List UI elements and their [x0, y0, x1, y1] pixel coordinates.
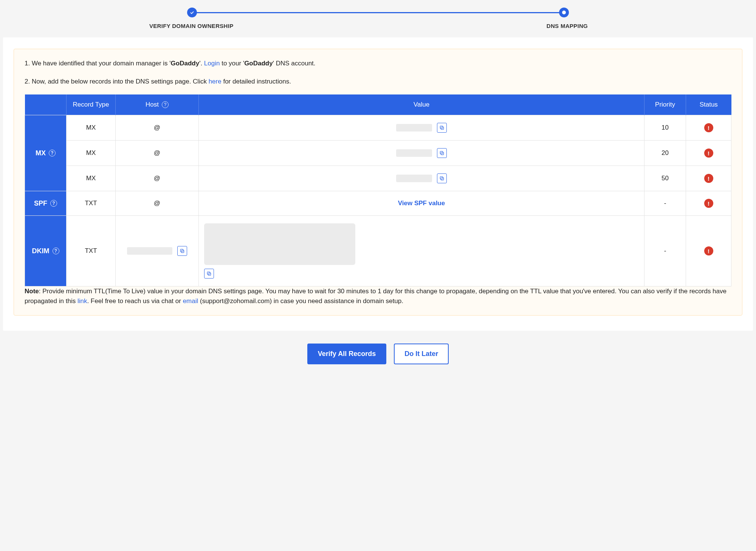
- svg-rect-5: [440, 176, 443, 179]
- cell-priority: 50: [644, 166, 686, 191]
- cell-value: View SPF value: [199, 191, 644, 216]
- propagation-check-link[interactable]: link: [77, 297, 87, 305]
- cell-host: @: [116, 115, 199, 141]
- group-mx: MX?: [25, 115, 67, 191]
- cell-record-type: MX: [67, 141, 116, 166]
- th-record-type: Record Type: [67, 94, 116, 115]
- cell-host: @: [116, 166, 199, 191]
- view-spf-value-link[interactable]: View SPF value: [398, 200, 445, 207]
- svg-rect-0: [441, 127, 444, 130]
- help-icon[interactable]: ?: [50, 200, 57, 207]
- svg-rect-2: [441, 152, 444, 155]
- instruction-line-2: 2. Now, add the below records into the D…: [25, 77, 731, 87]
- th-status: Status: [686, 94, 731, 115]
- step-node-dns-mapping: [559, 8, 569, 17]
- error-icon: !: [704, 199, 713, 208]
- email-support-link[interactable]: email: [183, 297, 198, 305]
- cell-host: [116, 216, 199, 286]
- copy-button[interactable]: [177, 246, 187, 256]
- main-card: 1. We have identified that your domain m…: [3, 37, 753, 331]
- cell-status: !: [686, 191, 731, 216]
- svg-rect-3: [440, 151, 443, 154]
- svg-rect-7: [180, 249, 183, 252]
- cell-value: [199, 141, 644, 166]
- svg-rect-4: [441, 178, 444, 180]
- redacted-value: [396, 124, 432, 132]
- copy-button[interactable]: [204, 269, 214, 279]
- copy-button[interactable]: [437, 148, 447, 158]
- cell-host: @: [116, 141, 199, 166]
- instruction-line-1: 1. We have identified that your domain m…: [25, 59, 731, 68]
- cell-status: !: [686, 216, 731, 286]
- cell-record-type: TXT: [67, 216, 116, 286]
- redacted-value: [204, 223, 355, 265]
- svg-rect-6: [181, 250, 184, 253]
- svg-rect-9: [207, 272, 210, 274]
- table-row: DKIM? TXT -: [25, 216, 731, 286]
- table-row: MX? MX @ 10 !: [25, 115, 731, 141]
- note-text: Note: Provide minimum TTL(Time To Live) …: [25, 286, 731, 306]
- th-priority: Priority: [644, 94, 686, 115]
- redacted-value: [127, 247, 172, 255]
- table-row: MX @ 50 !: [25, 166, 731, 191]
- step-label-1: VERIFY DOMAIN OWNERSHIP: [149, 23, 233, 29]
- copy-button[interactable]: [437, 173, 447, 183]
- error-icon: !: [704, 123, 713, 132]
- cell-value: [199, 166, 644, 191]
- help-icon[interactable]: ?: [162, 101, 169, 108]
- verify-all-records-button[interactable]: Verify All Records: [307, 344, 386, 364]
- redacted-value: [396, 149, 432, 157]
- stepper: [3, 0, 753, 20]
- cell-status: !: [686, 166, 731, 191]
- step-label-2: DNS MAPPING: [547, 23, 588, 29]
- cell-host: @: [116, 191, 199, 216]
- th-value: Value: [199, 94, 644, 115]
- cell-priority: -: [644, 216, 686, 286]
- help-icon[interactable]: ?: [49, 150, 56, 156]
- cell-value: [199, 115, 644, 141]
- login-link[interactable]: Login: [204, 60, 220, 67]
- cell-priority: 10: [644, 115, 686, 141]
- cell-priority: -: [644, 191, 686, 216]
- cell-record-type: MX: [67, 115, 116, 141]
- th-host: Host?: [116, 94, 199, 115]
- copy-button[interactable]: [437, 123, 447, 133]
- svg-rect-1: [440, 126, 443, 128]
- table-row: SPF? TXT @ View SPF value - !: [25, 191, 731, 216]
- redacted-value: [396, 175, 432, 182]
- cell-status: !: [686, 115, 731, 141]
- instructions-box: 1. We have identified that your domain m…: [14, 49, 742, 316]
- cell-status: !: [686, 141, 731, 166]
- detailed-instructions-link[interactable]: here: [209, 78, 222, 85]
- group-dkim: DKIM?: [25, 216, 67, 286]
- cell-record-type: TXT: [67, 191, 116, 216]
- step-node-verify-domain: [187, 8, 197, 17]
- group-spf: SPF?: [25, 191, 67, 216]
- cell-value: [199, 216, 644, 286]
- th-blank: [25, 94, 67, 115]
- footer-buttons: Verify All Records Do It Later: [3, 331, 753, 367]
- error-icon: !: [704, 246, 713, 255]
- cell-priority: 20: [644, 141, 686, 166]
- do-it-later-button[interactable]: Do It Later: [394, 344, 449, 364]
- help-icon[interactable]: ?: [53, 248, 59, 254]
- error-icon: !: [704, 149, 713, 158]
- svg-rect-8: [208, 273, 211, 276]
- error-icon: !: [704, 174, 713, 183]
- dns-records-table: Record Type Host? Value Priority Status …: [25, 94, 731, 286]
- table-row: MX @ 20 !: [25, 141, 731, 166]
- cell-record-type: MX: [67, 166, 116, 191]
